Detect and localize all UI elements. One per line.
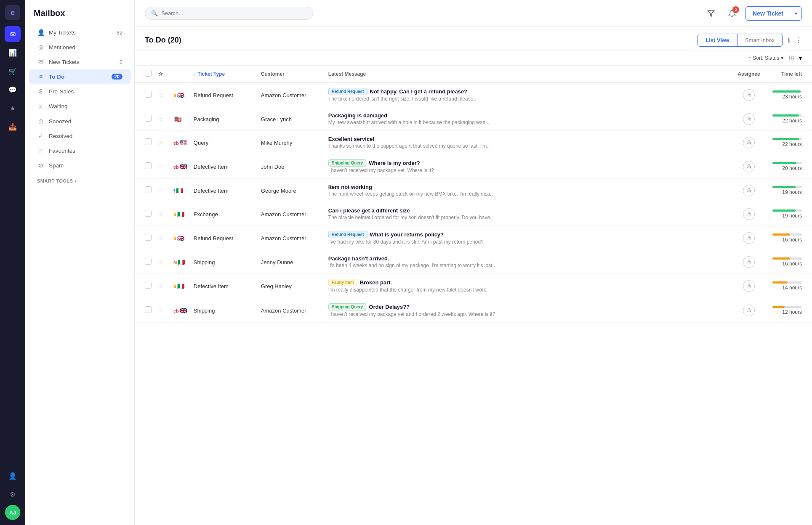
table-row[interactable]: ☆ a 🇬🇧 Refund Request Amazon Customer Re… bbox=[135, 82, 812, 107]
inbox-nav-icon[interactable]: 📥 bbox=[5, 119, 21, 135]
more-options-icon[interactable]: ⋮ bbox=[795, 36, 802, 44]
table-row[interactable]: ☆ a 🇮🇹 Defective Item Greg Hanley Faulty… bbox=[135, 274, 812, 298]
row-checkbox[interactable] bbox=[145, 258, 152, 265]
star-icon[interactable]: ☆ bbox=[158, 211, 164, 217]
star-icon[interactable]: ☆ bbox=[158, 187, 164, 194]
message-subject: Order Delays?? bbox=[369, 304, 410, 310]
time-text: 23 hours bbox=[782, 94, 802, 100]
notifications-button[interactable]: 2 bbox=[724, 6, 740, 21]
search-bar[interactable]: 🔍 bbox=[145, 7, 313, 20]
table-row[interactable]: ☆ a 🇮🇹 Exchange Amazon Customer Can i pl… bbox=[135, 202, 812, 226]
star-icon[interactable]: ☆ bbox=[158, 116, 164, 122]
row-checkbox[interactable] bbox=[145, 186, 152, 193]
sidebar-item-to-do[interactable]: ≡ To Do 20 bbox=[29, 69, 131, 84]
assignee-add-icon[interactable] bbox=[743, 256, 755, 268]
assignee-add-icon[interactable] bbox=[743, 137, 755, 148]
time-text: 22 hours bbox=[782, 118, 802, 124]
sidebar-item-mentioned[interactable]: ◎ Mentioned bbox=[29, 40, 131, 54]
info-icon[interactable]: ℹ bbox=[788, 36, 790, 44]
sidebar-item-my-tickets[interactable]: 👤 My Tickets 82 bbox=[29, 25, 131, 40]
table-row[interactable]: ☆ eb 🇬🇧 Shipping Amazon Customer Shippin… bbox=[135, 298, 812, 323]
search-input[interactable] bbox=[161, 10, 307, 16]
row-checkbox[interactable] bbox=[145, 162, 152, 169]
star-icon[interactable]: ☆ bbox=[158, 235, 164, 241]
table-row[interactable]: ☆ eb 🇬🇧 Defective Item John Doe Shipping… bbox=[135, 154, 812, 179]
row-checkbox[interactable] bbox=[145, 115, 152, 122]
grid-view-icon[interactable]: ⊞ bbox=[788, 54, 794, 62]
row-checkbox[interactable] bbox=[145, 210, 152, 217]
mail-nav-icon[interactable]: ✉ bbox=[5, 26, 21, 42]
row-type-cell: Defective Item bbox=[190, 274, 258, 298]
smart-inbox-button[interactable]: Smart Inbox bbox=[737, 34, 782, 46]
row-time-cell: 22 hours bbox=[766, 107, 812, 131]
row-checkbox[interactable] bbox=[145, 282, 152, 289]
header-actions: 2 New Ticket ▾ bbox=[703, 6, 802, 21]
cart-nav-icon[interactable]: 🛒 bbox=[5, 63, 21, 79]
table-row[interactable]: ☆ M 🇮🇹 Shipping Jenny Dunne Package hasn… bbox=[135, 250, 812, 274]
star-nav-icon[interactable]: ★ bbox=[5, 100, 21, 116]
row-message-cell: Package hasn't arrived. It's been 4 week… bbox=[325, 250, 732, 274]
assignee-add-icon[interactable] bbox=[743, 232, 755, 244]
customer-name: Amazon Customer bbox=[261, 211, 306, 217]
row-star-cell: ☆ bbox=[155, 179, 170, 202]
row-checkbox[interactable] bbox=[145, 91, 152, 98]
assignee-add-icon[interactable] bbox=[743, 113, 755, 125]
row-star-cell: ☆ bbox=[155, 202, 170, 226]
assignee-add-icon[interactable] bbox=[743, 208, 755, 220]
star-icon[interactable]: ☆ bbox=[158, 259, 164, 265]
row-type-cell: Shipping bbox=[190, 298, 258, 323]
message-subject: Not happy. Can I get a refund please? bbox=[370, 88, 468, 95]
sidebar-item-resolved[interactable]: ✓ Resolved bbox=[29, 129, 131, 143]
settings-rail-icon[interactable]: ⚙ bbox=[5, 486, 21, 502]
user-avatar[interactable]: AJ bbox=[5, 505, 20, 520]
assignee-add-icon[interactable] bbox=[743, 89, 755, 101]
flag-icon: 🇮🇹 bbox=[177, 211, 184, 217]
th-ticket-type[interactable]: ↓ Ticket Type bbox=[190, 66, 258, 82]
assignee-add-icon[interactable] bbox=[743, 161, 755, 172]
filter-button[interactable] bbox=[703, 6, 719, 21]
customer-name: Amazon Customer bbox=[261, 92, 306, 98]
smart-tools-section[interactable]: SMART TOOLS › bbox=[29, 174, 131, 188]
list-title: To Do (20) bbox=[145, 36, 692, 45]
icon-rail: e ✉ 📊 🛒 💬 ★ 📥 👤 ⚙ AJ bbox=[0, 0, 25, 525]
new-ticket-dropdown-icon[interactable]: ▾ bbox=[791, 7, 801, 20]
add-user-rail-icon[interactable]: 👤 bbox=[5, 468, 21, 484]
table-row[interactable]: ☆ f 🇮🇹 Defective Item George Moore Item … bbox=[135, 179, 812, 202]
list-view-button[interactable]: List View bbox=[698, 34, 737, 46]
star-icon[interactable]: ☆ bbox=[158, 163, 164, 170]
row-assignee-cell bbox=[732, 274, 766, 298]
svg-point-13 bbox=[748, 188, 750, 190]
star-icon[interactable]: ☆ bbox=[158, 139, 164, 146]
sidebar-item-new-tickets[interactable]: ✉ New Tickets 2 bbox=[29, 55, 131, 69]
assignee-add-icon[interactable] bbox=[743, 185, 755, 196]
new-ticket-button[interactable]: New Ticket ▾ bbox=[745, 6, 802, 21]
select-all-checkbox[interactable] bbox=[145, 70, 152, 77]
star-icon[interactable]: ☆ bbox=[158, 283, 164, 289]
row-checkbox[interactable] bbox=[145, 234, 152, 241]
assignee-add-icon[interactable] bbox=[743, 305, 755, 316]
time-bar-wrap: 19 hours bbox=[769, 209, 802, 219]
row-checkbox[interactable] bbox=[145, 306, 152, 313]
sidebar-item-favourites[interactable]: ☆ Favourites bbox=[29, 143, 131, 158]
sidebar-item-pre-sales[interactable]: $ Pre-Sales bbox=[29, 84, 131, 98]
row-customer-cell: Amazon Customer bbox=[258, 82, 325, 107]
assignee-add-icon[interactable] bbox=[743, 280, 755, 292]
table-row[interactable]: ☆ eb 🇺🇸 Query Mike Murphy Excellent serv… bbox=[135, 131, 812, 154]
ticket-type: Defective Item bbox=[194, 164, 229, 170]
message-preview: I've had my bike for 30 days and it is s… bbox=[328, 239, 530, 245]
sidebar-item-spam[interactable]: ⊘ Spam bbox=[29, 158, 131, 172]
chat-nav-icon[interactable]: 💬 bbox=[5, 82, 21, 98]
chart-nav-icon[interactable]: 📊 bbox=[5, 45, 21, 61]
row-channel-cell: a 🇬🇧 bbox=[170, 82, 190, 107]
sort-button[interactable]: ↕ Sort: Status ▾ bbox=[748, 55, 783, 61]
star-icon[interactable]: ☆ bbox=[158, 92, 164, 98]
star-icon[interactable]: ☆ bbox=[158, 307, 164, 314]
table-row[interactable]: ☆ a 🇬🇧 Refund Request Amazon Customer Re… bbox=[135, 226, 812, 250]
row-checkbox[interactable] bbox=[145, 138, 152, 145]
row-type-cell: Defective Item bbox=[190, 179, 258, 202]
sidebar-item-snoozed[interactable]: ◷ Snoozed bbox=[29, 114, 131, 128]
table-row[interactable]: ☆ 🇺🇸 Packaging Grace Lynch Packaging is … bbox=[135, 107, 812, 131]
th-channel bbox=[170, 66, 190, 82]
time-bar-fill bbox=[772, 233, 790, 236]
sidebar-item-waiting[interactable]: ⧖ Waiting bbox=[29, 99, 131, 114]
